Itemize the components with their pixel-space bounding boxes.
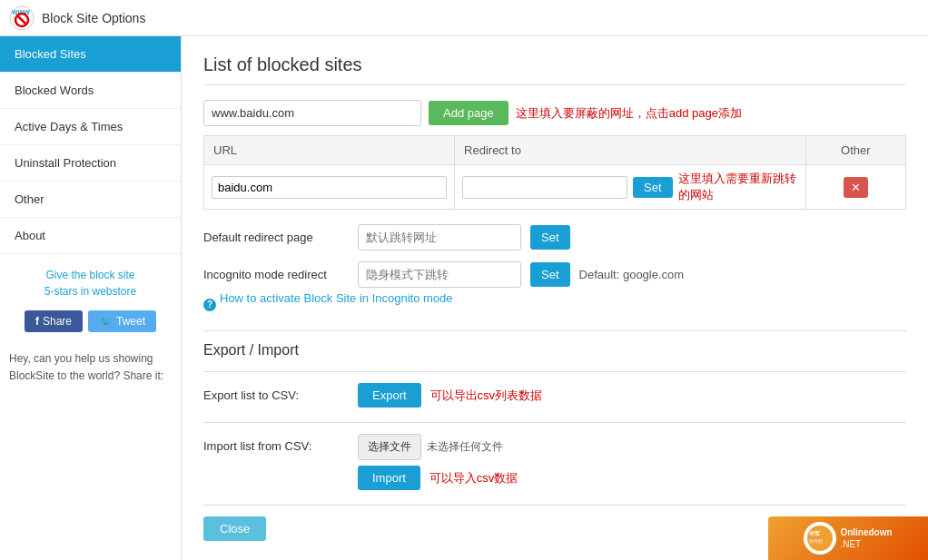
svg-text:华军: 华军: [808, 530, 820, 536]
add-site-row: Add page 这里填入要屏蔽的网址，点击add page添加: [203, 100, 906, 126]
app-logo: WWW: [9, 5, 35, 31]
blocked-sites-table: URL Redirect to Other: [203, 135, 906, 210]
close-button[interactable]: Close: [203, 516, 266, 541]
sidebar-item-blocked-sites[interactable]: Blocked Sites: [0, 36, 181, 73]
import-hint: 可以导入csv数据: [429, 470, 518, 486]
choose-file-button[interactable]: 选择文件: [358, 434, 421, 460]
sidebar-item-active-days-times[interactable]: Active Days & Times: [0, 109, 181, 145]
close-divider: [203, 505, 906, 506]
row-redirect-input[interactable]: [462, 176, 627, 199]
col-header-url: URL: [204, 136, 455, 165]
default-redirect-row: Default redirect page Set: [203, 224, 906, 251]
row-url-input[interactable]: [212, 176, 447, 199]
default-redirect-input[interactable]: [358, 224, 521, 251]
set-incognito-button[interactable]: Set: [530, 262, 570, 287]
add-site-input[interactable]: [203, 100, 421, 126]
tweet-label: Tweet: [116, 315, 145, 328]
app-title: Block Site Options: [42, 11, 145, 25]
promo-line2: 5-stars in webstore: [44, 285, 136, 298]
promo-line1: Give the block site: [45, 269, 134, 281]
import-button[interactable]: Import: [358, 466, 420, 490]
export-import-divider: [203, 330, 906, 331]
sidebar-item-other[interactable]: Other: [0, 182, 181, 218]
table-row: Set 这里填入需要重新跳转的网站 ✕: [204, 165, 906, 210]
col-header-redirect: Redirect to: [455, 136, 806, 165]
export-row: Export list to CSV: Export 可以导出csv列表数据: [203, 383, 906, 408]
file-name: 未选择任何文件: [427, 439, 503, 455]
sidebar-item-label: Uninstall Protection: [15, 156, 116, 170]
title-divider: [203, 84, 906, 85]
incognito-default-text: Default: google.com: [579, 268, 685, 281]
info-icon: ?: [203, 299, 216, 311]
import-label: Import list from CSV:: [203, 434, 349, 453]
import-divider: [203, 422, 906, 423]
export-button[interactable]: Export: [358, 383, 421, 408]
export-label: Export list to CSV:: [203, 388, 349, 402]
sidebar-item-label: Blocked Sites: [15, 47, 86, 61]
sidebar-item-label: Active Days & Times: [15, 120, 123, 133]
sidebar-item-label: About: [15, 229, 45, 242]
twitter-icon: 🐦: [99, 315, 113, 328]
tweet-button[interactable]: 🐦 Tweet: [88, 310, 156, 332]
row-set-button[interactable]: Set: [633, 177, 673, 198]
export-divider: [203, 371, 906, 372]
import-row: Import list from CSV: 选择文件 未选择任何文件 Impor…: [203, 434, 906, 490]
sidebar-item-about[interactable]: About: [0, 218, 181, 254]
export-hint: 可以导出csv列表数据: [430, 388, 543, 404]
add-page-button[interactable]: Add page: [429, 101, 508, 125]
set-default-button[interactable]: Set: [530, 225, 570, 250]
page-title: List of blocked sites: [203, 54, 906, 75]
share-label: Share: [43, 315, 72, 328]
svg-text:软件园: 软件园: [809, 538, 823, 544]
add-site-hint: 这里填入要屏蔽的网址，点击add page添加: [516, 105, 742, 122]
incognito-redirect-row: Incognito mode redirect Set Default: goo…: [203, 261, 906, 288]
redirect-hint: 这里填入需要重新跳转的网站: [678, 171, 798, 203]
sidebar-item-label: Other: [15, 192, 44, 206]
watermark-badge: 华军 软件园 Onlinedown .NET: [768, 516, 928, 560]
incognito-label: Incognito mode redirect: [203, 268, 349, 281]
default-redirect-label: Default redirect page: [203, 231, 349, 244]
incognito-help-link[interactable]: How to activate Block Site in Incognito …: [220, 291, 453, 305]
facebook-icon: f: [35, 315, 39, 328]
sidebar-item-blocked-words[interactable]: Blocked Words: [0, 73, 181, 109]
share-button[interactable]: f Share: [25, 310, 83, 332]
col-header-other: Other: [805, 136, 905, 165]
sidebar-item-label: Blocked Words: [15, 84, 94, 97]
export-import-title: Export / Import: [203, 342, 906, 359]
sidebar-social-text: Hey, can you help us showing BlockSite t…: [0, 341, 181, 394]
incognito-input[interactable]: [358, 261, 521, 288]
sidebar-promo: Give the block site 5-stars in webstore: [0, 254, 181, 305]
sidebar-item-uninstall-protection[interactable]: Uninstall Protection: [0, 145, 181, 182]
row-delete-button[interactable]: ✕: [844, 177, 868, 198]
